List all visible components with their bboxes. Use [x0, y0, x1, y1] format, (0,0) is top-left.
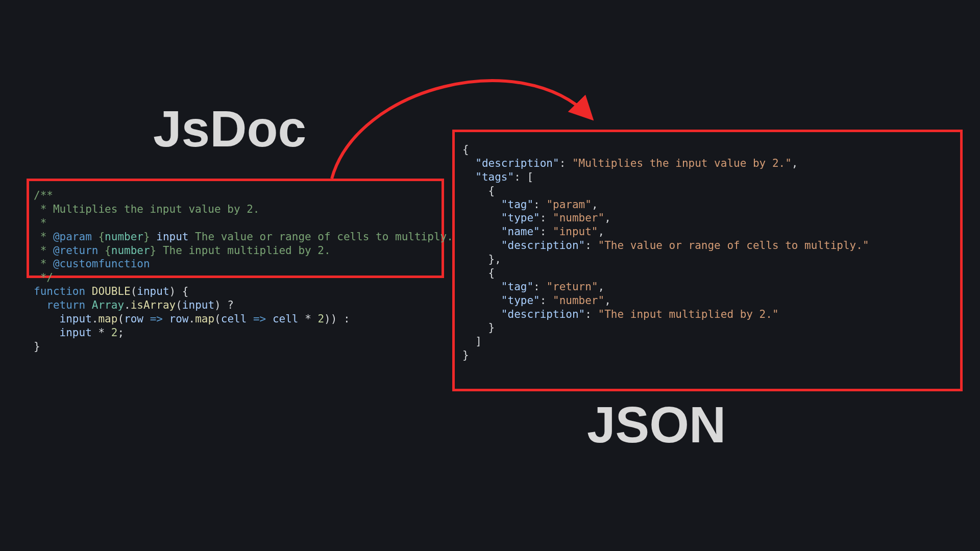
isarray-fn: isArray: [131, 299, 176, 311]
key-description: "description": [501, 239, 585, 252]
cell-var: cell: [273, 313, 299, 325]
key-description: "description": [475, 157, 559, 169]
jsdoc-comment-open: /**: [34, 189, 53, 202]
jsdoc-param-type-open: {: [92, 231, 105, 243]
colon: :: [585, 239, 598, 252]
jsdoc-param-name: input: [156, 231, 188, 243]
dot: .: [92, 313, 99, 325]
val-input: "input": [553, 226, 598, 238]
indent: [462, 226, 501, 238]
indent: [462, 335, 475, 347]
space: [85, 285, 92, 297]
indent: [462, 308, 501, 320]
colon: :: [540, 212, 553, 224]
comma: ,: [792, 157, 798, 169]
kw-return: return: [46, 299, 85, 311]
indent: [34, 327, 60, 339]
jsdoc-tag-return: @return: [53, 244, 99, 257]
indent: [462, 253, 488, 265]
obj-open: {: [488, 185, 495, 197]
row-var: row: [169, 313, 189, 325]
dot: .: [124, 299, 131, 311]
jsdoc-param-type-close: }: [143, 231, 156, 243]
jsdoc-return-type: number: [111, 244, 150, 257]
semicolon: ;: [117, 327, 124, 339]
indent: [462, 157, 475, 169]
jsdoc-param-type: number: [105, 231, 143, 243]
indent: [462, 185, 488, 197]
key-name: "name": [501, 226, 540, 238]
comma: ,: [604, 294, 611, 307]
paren-open: (: [131, 285, 137, 297]
obj-close: }: [488, 321, 495, 334]
dot: .: [189, 313, 195, 325]
comma: ,: [592, 198, 598, 211]
jsdoc-tag-custom: @customfunction: [53, 258, 150, 270]
arr-open: [: [527, 171, 533, 183]
cell-var: cell: [221, 313, 247, 325]
jsdoc-blank-line: *: [34, 217, 46, 229]
json-close: }: [462, 349, 469, 361]
star-op: *: [92, 327, 111, 339]
input-var: input: [60, 327, 92, 339]
paren-close-brace: ) {: [169, 285, 189, 297]
val-number: "number": [553, 212, 604, 224]
kw-function: function: [34, 285, 85, 297]
brace-close: }: [34, 340, 40, 353]
json-open: {: [462, 143, 469, 156]
map-fn: map: [195, 313, 214, 325]
call-open: (: [176, 299, 182, 311]
indent: [462, 267, 488, 279]
val-return: "return": [546, 281, 598, 293]
jsdoc-param-desc: The value or range of cells to multiply.: [188, 231, 453, 243]
jsdoc-tag-param: @param: [53, 231, 92, 243]
indent: [462, 239, 501, 252]
colon: :: [540, 226, 553, 238]
indent: [462, 171, 475, 183]
arrow-op: =>: [143, 313, 169, 325]
obj-open: {: [488, 267, 495, 279]
colon: :: [540, 294, 553, 307]
key-type: "type": [501, 294, 540, 307]
input-var: input: [60, 313, 92, 325]
key-tags: "tags": [475, 171, 514, 183]
key-type: "type": [501, 212, 540, 224]
comma: ,: [604, 212, 611, 224]
jsdoc-return-desc: The input multiplied by 2.: [163, 244, 331, 257]
row-var: row: [124, 313, 143, 325]
call-open: (: [117, 313, 124, 325]
colon: :: [533, 281, 546, 293]
arrow-op: =>: [247, 313, 273, 325]
comma: ,: [598, 226, 605, 238]
fn-name: DOUBLE: [92, 285, 131, 297]
json-code-block: { "description": "Multiplies the input v…: [462, 143, 869, 362]
jsdoc-line-prefix: *: [34, 244, 53, 257]
key-tag: "tag": [501, 198, 533, 211]
indent: [462, 198, 501, 211]
jsdoc-return-type-close: }: [150, 244, 163, 257]
call-close-q: ) ?: [214, 299, 234, 311]
indent: [462, 281, 501, 293]
heading-json: JSON: [587, 395, 726, 454]
jsdoc-desc-line: * Multiplies the input value by 2.: [34, 203, 260, 215]
jsdoc-line-prefix: *: [34, 258, 53, 270]
heading-jsdoc: JsDoc: [153, 99, 306, 158]
jsdoc-line-prefix: *: [34, 231, 53, 243]
jsdoc-return-type-open: {: [98, 244, 111, 257]
call-open: (: [214, 313, 221, 325]
array-class: Array: [92, 299, 124, 311]
jsdoc-comment-close: */: [34, 271, 53, 284]
arg-input: input: [137, 285, 169, 297]
key-tag: "tag": [501, 281, 533, 293]
val-description: "Multiplies the input value by 2.": [572, 157, 792, 169]
val-param-desc: "The value or range of cells to multiply…: [598, 239, 869, 252]
indent: [462, 321, 488, 334]
indent: [462, 212, 501, 224]
colon: :: [533, 198, 546, 211]
colon: :: [559, 157, 572, 169]
indent: [462, 294, 501, 307]
colon: :: [585, 308, 598, 320]
val-param: "param": [546, 198, 592, 211]
val-number: "number": [553, 294, 604, 307]
star-op: *: [298, 313, 317, 325]
